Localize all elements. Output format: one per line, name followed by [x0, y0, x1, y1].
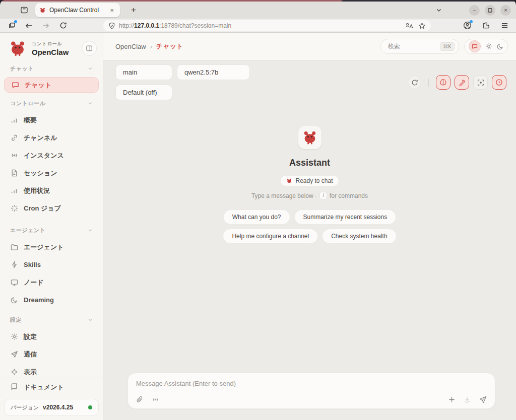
window-maximize-button[interactable]	[485, 5, 495, 16]
section-agents[interactable]: エージェント	[0, 226, 103, 234]
sidebar-item-docs[interactable]: ドキュメント	[0, 378, 103, 396]
file-icon	[10, 169, 18, 177]
sidebar-collapse-button[interactable]	[82, 41, 97, 56]
sidebar-item-agents[interactable]: エージェント	[0, 238, 103, 256]
sidebar-item-cron-jobs[interactable]: Cron ジョブ	[0, 199, 103, 217]
refresh-button[interactable]	[408, 76, 421, 89]
attach-paperclip-icon[interactable]	[136, 396, 143, 403]
bookmark-star-icon[interactable]	[418, 22, 426, 30]
chevron-down-icon	[88, 228, 93, 233]
breadcrumb-root[interactable]: OpenClaw	[115, 43, 146, 50]
broadcast-icon	[10, 152, 18, 159]
sidebar-item-nodes[interactable]: ノード	[0, 273, 103, 291]
sidebar: コントロール OpenClaw チャット チャット コントロール	[0, 33, 103, 420]
shield-icon[interactable]	[108, 22, 115, 29]
back-icon[interactable]	[23, 20, 34, 31]
suggestion-chip[interactable]: Help me configure a channel	[223, 229, 318, 244]
version-value: v2026.4.25	[43, 404, 84, 411]
dark-theme-moon-icon[interactable]	[497, 43, 503, 50]
tab-close-icon[interactable]: ×	[108, 6, 116, 15]
breadcrumb-separator: ›	[150, 43, 152, 50]
sidebar-item-chat[interactable]: チャット	[4, 77, 99, 93]
breadcrumb: OpenClaw › チャット	[115, 42, 183, 51]
folder-icon	[10, 244, 18, 251]
breadcrumb-current: チャット	[156, 42, 183, 51]
scan-focus-icon	[477, 79, 484, 86]
suggestion-chip[interactable]: Summarize my recent sessions	[294, 209, 397, 225]
loader-icon	[10, 204, 18, 212]
section-settings[interactable]: 設定	[0, 316, 103, 324]
sidebar-item-instances[interactable]: インスタンス	[0, 147, 103, 164]
gear-icon	[10, 333, 18, 340]
menu-icon[interactable]	[499, 20, 510, 31]
composer-hint: Type a message below · / for commands	[251, 192, 368, 199]
tab-favicon-claw-icon	[39, 7, 46, 14]
new-tab-button[interactable]: +	[127, 4, 140, 17]
tools-toggle-button[interactable]	[455, 75, 469, 90]
forward-icon[interactable]	[40, 20, 51, 31]
chat-content: main qwen2.5:7b Default (off)	[103, 60, 516, 420]
section-chat[interactable]: チャット	[0, 64, 103, 73]
claw-mini-icon	[286, 178, 292, 184]
composer-placeholder: Message Assistant (Enter to send)	[136, 380, 236, 387]
clock-icon	[495, 79, 503, 86]
brand: コントロール OpenClaw	[8, 38, 97, 58]
book-icon	[10, 383, 18, 391]
message-composer[interactable]: Message Assistant (Enter to send)	[127, 373, 495, 409]
suggestion-chip[interactable]: What can you do?	[223, 209, 290, 225]
focus-mode-button[interactable]	[473, 75, 488, 90]
translate-icon[interactable]	[405, 22, 413, 29]
version-label: バージョン	[11, 404, 39, 411]
app-header: OpenClaw › チャット 検索 ⌘K	[103, 33, 516, 60]
sidebar-item-overview[interactable]: 概要	[0, 111, 103, 129]
browser-tab-strip: OpenClaw Control × + – ×	[0, 2, 516, 19]
tab-manager-icon[interactable]	[6, 20, 17, 31]
add-button[interactable]	[448, 396, 455, 403]
send-button[interactable]	[479, 396, 487, 403]
extensions-icon[interactable]	[480, 20, 491, 31]
sidebar-item-skills[interactable]: Skills	[0, 256, 103, 273]
version-card: バージョン v2026.4.25	[4, 399, 99, 416]
account-icon[interactable]	[462, 20, 473, 31]
firefox-view-icon[interactable]	[17, 4, 31, 16]
light-theme-sun-icon[interactable]	[485, 43, 492, 50]
history-toggle-button[interactable]	[492, 75, 506, 90]
session-select[interactable]: main	[115, 64, 172, 80]
sidebar-item-sessions[interactable]: セッション	[0, 164, 103, 182]
theme-toggle-group	[464, 39, 508, 54]
preset-select[interactable]: Default (off)	[115, 85, 172, 100]
url-text: http://127.0.0.1:18789/chat?session=main	[119, 22, 402, 29]
chat-view-toggle[interactable]	[469, 40, 481, 52]
browser-tab[interactable]: OpenClaw Control ×	[35, 3, 120, 17]
sparkle-icon	[10, 368, 18, 376]
assistant-hero: Assistant Ready to chat Type a message b…	[103, 126, 516, 244]
chevron-down-icon	[88, 66, 93, 71]
brain-icon	[439, 79, 447, 86]
sidebar-item-usage[interactable]: 使用状況	[0, 182, 103, 199]
suggestion-chip[interactable]: Check system health	[322, 229, 396, 244]
thinking-toggle-button[interactable]	[436, 75, 450, 90]
wrench-icon	[459, 79, 466, 86]
browser-navbar: http://127.0.0.1:18789/chat?session=main	[0, 19, 516, 33]
model-select[interactable]: qwen2.5:7b	[177, 64, 250, 80]
tab-list-chevron-icon[interactable]	[436, 7, 442, 13]
sidebar-item-channels[interactable]: チャンネル	[0, 129, 103, 147]
section-control[interactable]: コントロール	[0, 99, 103, 107]
window-close-button[interactable]: ×	[500, 5, 511, 16]
sidebar-item-settings[interactable]: 設定	[0, 328, 103, 345]
reload-icon[interactable]	[57, 20, 69, 31]
voice-broadcast-icon[interactable]	[152, 396, 159, 403]
assistant-title: Assistant	[289, 158, 330, 168]
download-button[interactable]	[464, 396, 471, 403]
sidebar-item-dreaming[interactable]: Dreaming	[0, 291, 103, 309]
window-minimize-button[interactable]: –	[469, 5, 480, 16]
url-bar[interactable]: http://127.0.0.1:18789/chat?session=main	[103, 20, 431, 31]
moon-icon	[10, 297, 18, 304]
sidebar-item-comms[interactable]: 通信	[0, 345, 103, 363]
account-notification-dot	[470, 20, 473, 23]
slash-kbd: /	[319, 192, 327, 199]
notification-dot	[14, 20, 17, 23]
brand-kicker: コントロール	[32, 41, 82, 47]
search-input[interactable]: 検索 ⌘K	[380, 39, 459, 54]
brand-name: OpenClaw	[32, 48, 82, 56]
